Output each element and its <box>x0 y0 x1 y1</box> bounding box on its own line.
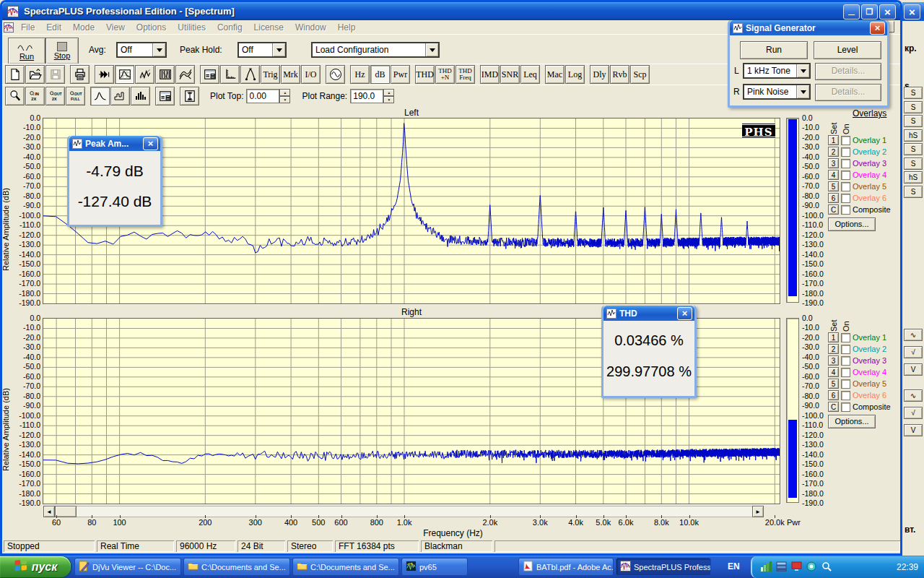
marker-button[interactable]: Mrk <box>281 65 300 84</box>
peak-hold-select[interactable]: Off <box>237 42 287 58</box>
load-configuration-select[interactable]: Load Configuration <box>311 42 440 58</box>
menu-utilities[interactable]: Utilities <box>172 21 212 34</box>
zoom-button[interactable] <box>5 87 25 105</box>
plot-range-spinner[interactable] <box>383 89 394 103</box>
scroll-left-button[interactable]: ◄ <box>43 506 55 517</box>
overlay-on-checkbox-2[interactable] <box>841 345 850 354</box>
background-window-button[interactable]: S <box>904 186 923 198</box>
io-button[interactable]: I/O <box>301 65 321 84</box>
menu-help[interactable]: Help <box>332 21 362 34</box>
overlay-set-button-4[interactable]: 4 <box>828 170 839 180</box>
generator-level-button[interactable]: Level <box>814 41 881 59</box>
background-window-button[interactable]: hS <box>904 129 923 142</box>
overlay-on-checkbox-6[interactable] <box>841 194 850 203</box>
scp-button[interactable]: Scp <box>630 65 650 84</box>
overlay-on-checkbox-4[interactable] <box>841 368 850 377</box>
spectrogram-view-button[interactable] <box>155 65 175 84</box>
menu-mode[interactable]: Mode <box>67 21 100 34</box>
taskbar-task[interactable]: pv65 <box>401 558 468 576</box>
background-window-button[interactable]: S <box>904 115 923 127</box>
mac-button[interactable]: Mac <box>545 65 565 84</box>
overlay-set-button-2[interactable]: 2 <box>828 147 839 157</box>
zoom-out-full-button[interactable]: OUTFULL <box>66 87 85 105</box>
snr-button[interactable]: SNR <box>500 65 520 84</box>
leq-button[interactable]: Leq <box>520 65 540 84</box>
save-button[interactable] <box>45 65 65 84</box>
thd-freq-button[interactable]: THDFreq <box>456 65 475 84</box>
imd-button[interactable]: IMD <box>480 65 500 84</box>
control-panel-button[interactable] <box>155 87 175 105</box>
overlay-on-checkbox-3[interactable] <box>841 356 850 366</box>
agent-icon[interactable] <box>806 561 817 574</box>
step-plot-button[interactable] <box>110 87 130 105</box>
overlay-set-button-3[interactable]: 3 <box>828 158 839 168</box>
overlay-on-checkbox-5[interactable] <box>841 379 850 389</box>
overlays-options-button[interactable]: Options... <box>828 217 876 231</box>
minimize-button[interactable] <box>843 4 860 20</box>
thd-button[interactable]: THD <box>415 65 435 84</box>
signal-generator-titlebar[interactable]: Signal Generator × <box>730 20 887 35</box>
background-window-button[interactable]: ∿ <box>904 389 923 402</box>
layers-icon[interactable] <box>776 561 787 574</box>
taskbar-task[interactable]: C:\Documents and Se... <box>292 558 399 576</box>
dropdown-arrow-icon[interactable] <box>272 43 285 56</box>
background-window-button[interactable]: √ <box>904 346 923 358</box>
line-plot-button[interactable] <box>90 87 110 105</box>
start-button[interactable]: пуск <box>0 556 71 577</box>
scrollbar-thumb[interactable] <box>55 506 77 517</box>
pwr-button[interactable]: Pwr <box>391 65 410 84</box>
plot-range-input[interactable]: 190.0 <box>350 89 383 103</box>
menu-options[interactable]: Options <box>131 21 172 34</box>
taskbar-task[interactable]: DjVu Viewer -- C:\Doc... <box>74 558 181 576</box>
left-details-button[interactable]: Details... <box>815 63 881 80</box>
taskbar-task[interactable]: BATbl.pdf - Adobe Ac... <box>518 558 614 576</box>
plot-top-input[interactable]: 0.00 <box>246 89 279 103</box>
overlay-set-button-5[interactable]: 5 <box>828 379 839 389</box>
new-file-button[interactable] <box>5 65 25 84</box>
scroll-right-button[interactable]: ► <box>752 506 764 517</box>
menu-license[interactable]: License <box>248 21 289 34</box>
overlay-on-checkbox-3[interactable] <box>841 159 850 168</box>
search-icon[interactable] <box>821 561 832 574</box>
overlay-set-button-1[interactable]: 1 <box>828 135 839 145</box>
background-window-button[interactable]: S <box>904 143 923 155</box>
stop-button[interactable]: Stop <box>45 38 79 64</box>
thd-n-button[interactable]: THD+N <box>435 65 455 84</box>
overlay-set-button-2[interactable]: 2 <box>828 344 839 354</box>
overlay-set-button-C[interactable]: C <box>828 402 839 412</box>
calibration-button[interactable] <box>220 65 240 84</box>
background-window-close-button[interactable] <box>904 4 920 20</box>
overlay-on-checkbox-C[interactable] <box>841 402 850 412</box>
control-panel-button[interactable] <box>200 65 219 84</box>
overlay-on-checkbox-1[interactable] <box>841 333 850 342</box>
close-button[interactable] <box>879 4 896 20</box>
menu-view[interactable]: View <box>100 21 131 34</box>
overlay-set-button-6[interactable]: 6 <box>828 390 839 400</box>
background-window-button[interactable]: S <box>904 101 923 113</box>
peak-amplitude-close-button[interactable]: × <box>143 137 158 150</box>
background-window-button[interactable]: ∿ <box>904 329 923 341</box>
overlay-set-button-1[interactable]: 1 <box>828 332 839 342</box>
overlay-on-checkbox-5[interactable] <box>841 182 850 191</box>
thd-titlebar[interactable]: THD × <box>603 306 694 321</box>
transfer-button[interactable] <box>95 65 114 84</box>
background-window-button[interactable]: V <box>904 363 923 376</box>
open-file-button[interactable] <box>25 65 45 84</box>
avg-select[interactable]: Off <box>116 42 167 58</box>
left-signal-select[interactable]: 1 kHz Tone <box>743 63 811 79</box>
overlay-set-button-C[interactable]: C <box>828 204 839 215</box>
background-window-button[interactable]: S <box>904 158 923 170</box>
dly-button[interactable]: Dly <box>590 65 609 84</box>
overlay-on-checkbox-C[interactable] <box>841 205 850 215</box>
maximize-button[interactable] <box>861 4 878 20</box>
tools-button[interactable] <box>240 65 260 84</box>
spectrum-view-button[interactable] <box>115 65 134 84</box>
bar-plot-button[interactable] <box>131 87 150 105</box>
overlay-set-button-6[interactable]: 6 <box>828 193 839 203</box>
generator-run-button[interactable]: Run <box>740 41 808 59</box>
overlay-on-checkbox-2[interactable] <box>841 147 850 157</box>
display-icon[interactable] <box>791 561 802 574</box>
network-icon[interactable] <box>761 561 772 574</box>
overlay-on-checkbox-1[interactable] <box>841 136 850 145</box>
language-indicator[interactable]: EN <box>728 561 740 571</box>
